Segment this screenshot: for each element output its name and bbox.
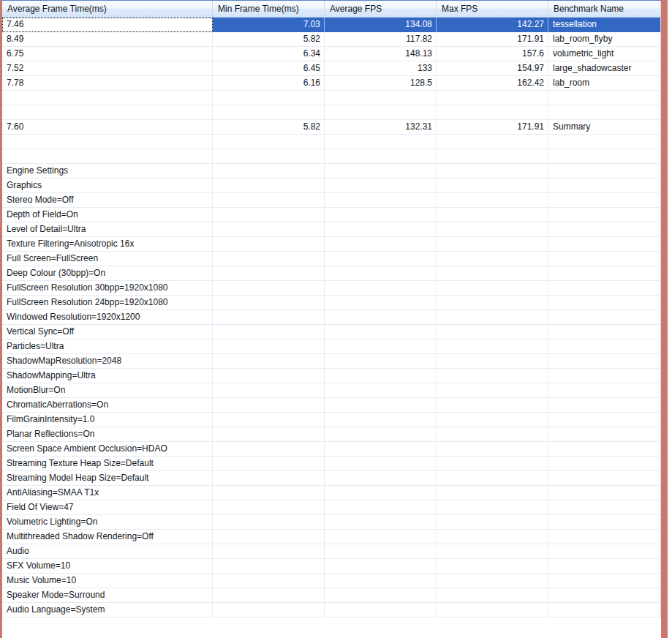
row-music-volume-10[interactable]: Music Volume=10 bbox=[2, 574, 661, 588]
row-filmgrainintensity-1-0[interactable]: FilmGrainIntensity=1.0 bbox=[2, 413, 661, 427]
grid-cell[interactable] bbox=[325, 559, 437, 574]
grid-cell[interactable] bbox=[437, 339, 548, 354]
grid-cell[interactable] bbox=[213, 515, 325, 530]
grid-cell[interactable] bbox=[548, 149, 661, 164]
grid-cell[interactable]: 157.6 bbox=[437, 47, 548, 61]
grid-cell[interactable] bbox=[548, 354, 661, 369]
grid-cell[interactable] bbox=[2, 135, 213, 149]
grid-cell[interactable] bbox=[437, 457, 548, 471]
grid-cell[interactable]: AntiAliasing=SMAA T1x bbox=[2, 486, 213, 500]
grid-cell[interactable] bbox=[437, 310, 548, 325]
row-streaming-texture-heap-size-default[interactable]: Streaming Texture Heap Size=Default bbox=[2, 457, 661, 471]
grid-cell[interactable] bbox=[437, 603, 548, 618]
grid-cell[interactable]: 7.03 bbox=[213, 18, 325, 32]
grid-cell[interactable] bbox=[437, 544, 548, 559]
grid-cell[interactable] bbox=[437, 281, 548, 296]
grid-cell[interactable] bbox=[325, 208, 437, 222]
row-vertical-sync-off[interactable]: Vertical Sync=Off bbox=[2, 325, 661, 339]
grid-cell[interactable]: Depth of Field=On bbox=[2, 208, 213, 222]
row-motionblur-on[interactable]: MotionBlur=On bbox=[2, 383, 661, 398]
grid-cell[interactable] bbox=[213, 588, 325, 603]
grid-cell[interactable] bbox=[437, 354, 548, 369]
grid-cell[interactable] bbox=[437, 442, 548, 457]
row-shadowmapping-ultra[interactable]: ShadowMapping=Ultra bbox=[2, 369, 661, 383]
grid-cell[interactable] bbox=[548, 383, 661, 398]
row-particles-ultra[interactable]: Particles=Ultra bbox=[2, 339, 661, 354]
grid-cell[interactable]: lab_room bbox=[548, 76, 661, 91]
grid-cell[interactable] bbox=[437, 179, 548, 193]
row-windowed-resolution-1920x1200[interactable]: Windowed Resolution=1920x1200 bbox=[2, 310, 661, 325]
grid-cell[interactable] bbox=[2, 91, 213, 105]
grid-cell[interactable]: Audio bbox=[2, 544, 213, 559]
column-header-benchmark-name[interactable]: Benchmark Name bbox=[548, 1, 661, 17]
grid-cell[interactable]: 171.91 bbox=[437, 32, 548, 47]
grid-cell[interactable] bbox=[213, 413, 325, 427]
grid-cell[interactable]: ShadowMapping=Ultra bbox=[2, 369, 213, 383]
grid-cell[interactable] bbox=[548, 310, 661, 325]
grid-cell[interactable] bbox=[325, 91, 437, 105]
grid-cell[interactable]: Particles=Ultra bbox=[2, 339, 213, 354]
grid-cell[interactable] bbox=[548, 208, 661, 222]
grid-cell[interactable] bbox=[437, 398, 548, 413]
grid-cell[interactable] bbox=[437, 500, 548, 515]
grid-cell[interactable]: 134.08 bbox=[325, 18, 437, 32]
grid-cell[interactable] bbox=[213, 325, 325, 339]
grid-cell[interactable] bbox=[548, 603, 661, 618]
grid-cell[interactable] bbox=[325, 193, 437, 208]
grid-cell[interactable] bbox=[213, 559, 325, 574]
grid-cell[interactable]: Summary bbox=[548, 120, 661, 135]
row-chromaticaberrations-on[interactable]: ChromaticAberrations=On bbox=[2, 398, 661, 413]
grid-cell[interactable]: 7.78 bbox=[2, 76, 213, 91]
grid-cell[interactable] bbox=[437, 325, 548, 339]
grid-cell[interactable] bbox=[548, 179, 661, 193]
grid-cell[interactable] bbox=[548, 471, 661, 486]
grid-cell[interactable] bbox=[548, 427, 661, 442]
column-header-max-fps[interactable]: Max FPS bbox=[437, 1, 548, 17]
row-empty[interactable] bbox=[2, 149, 661, 164]
grid-cell[interactable] bbox=[213, 135, 325, 149]
grid-cell[interactable]: 7.60 bbox=[2, 120, 213, 135]
grid-cell[interactable] bbox=[437, 471, 548, 486]
row-lab-room-flyby[interactable]: 8.495.82117.82171.91lab_room_flyby bbox=[2, 32, 661, 47]
grid-cell[interactable]: 142.27 bbox=[437, 18, 548, 32]
grid-cell[interactable] bbox=[325, 237, 437, 252]
grid-cell[interactable] bbox=[213, 471, 325, 486]
row-full-screen-fullscreen[interactable]: Full Screen=FullScreen bbox=[2, 252, 661, 266]
grid-cell[interactable]: Audio Language=System bbox=[2, 603, 213, 618]
grid-cell[interactable] bbox=[437, 193, 548, 208]
row-planar-reflections-on[interactable]: Planar Reflections=On bbox=[2, 427, 661, 442]
grid-cell[interactable] bbox=[2, 105, 213, 120]
grid-cell[interactable] bbox=[548, 164, 661, 179]
grid-cell[interactable] bbox=[437, 252, 548, 266]
row-sfx-volume-10[interactable]: SFX Volume=10 bbox=[2, 559, 661, 574]
grid-cell[interactable] bbox=[548, 266, 661, 281]
grid-cell[interactable] bbox=[437, 530, 548, 544]
grid-cell[interactable] bbox=[213, 252, 325, 266]
grid-cell[interactable] bbox=[325, 281, 437, 296]
grid-cell[interactable]: 6.16 bbox=[213, 76, 325, 91]
grid-cell[interactable] bbox=[325, 222, 437, 237]
grid-cell[interactable] bbox=[213, 105, 325, 120]
grid-cell[interactable] bbox=[437, 559, 548, 574]
grid-cell[interactable] bbox=[548, 544, 661, 559]
grid-cell[interactable]: Deep Colour (30bpp)=On bbox=[2, 266, 213, 281]
grid-cell[interactable] bbox=[325, 515, 437, 530]
grid-cell[interactable]: 5.82 bbox=[213, 32, 325, 47]
grid-cell[interactable] bbox=[213, 486, 325, 500]
row-empty[interactable] bbox=[2, 91, 661, 105]
grid-cell[interactable] bbox=[325, 574, 437, 588]
grid-cell[interactable]: Stereo Mode=Off bbox=[2, 193, 213, 208]
grid-cell[interactable] bbox=[325, 339, 437, 354]
grid-cell[interactable] bbox=[437, 486, 548, 500]
grid-cell[interactable]: 162.42 bbox=[437, 76, 548, 91]
grid-cell[interactable]: 133 bbox=[325, 61, 437, 76]
row-level-of-detail-ultra[interactable]: Level of Detail=Ultra bbox=[2, 222, 661, 237]
grid-cell[interactable] bbox=[325, 164, 437, 179]
grid-cell[interactable] bbox=[325, 383, 437, 398]
grid-cell[interactable] bbox=[325, 588, 437, 603]
row-stereo-mode-off[interactable]: Stereo Mode=Off bbox=[2, 193, 661, 208]
grid-cell[interactable] bbox=[437, 149, 548, 164]
grid-cell[interactable] bbox=[325, 471, 437, 486]
grid-cell[interactable]: Graphics bbox=[2, 179, 213, 193]
grid-cell[interactable] bbox=[325, 179, 437, 193]
